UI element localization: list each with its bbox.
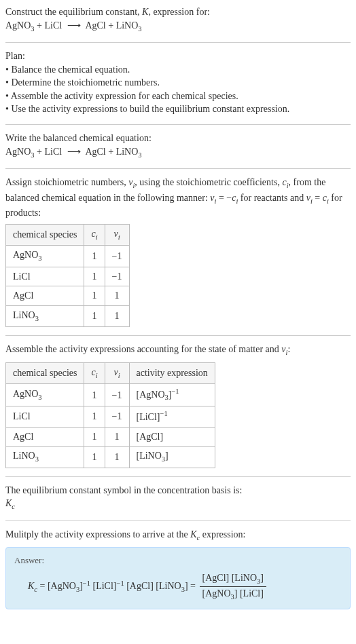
table-row: LiCl 1 −1: [6, 267, 130, 286]
divider: [5, 42, 351, 43]
table-header: νi: [105, 362, 129, 383]
balanced-title: Write the balanced chemical equation:: [5, 132, 351, 145]
answer-label: Answer:: [14, 554, 342, 567]
table-header: ci: [84, 224, 105, 245]
table-row: AgNO3 1 −1 [AgNO3]−1: [6, 384, 215, 406]
activity-intro: Assemble the activity expressions accoun…: [5, 343, 351, 358]
table-header-row: chemical species ci νi activity expressi…: [6, 362, 215, 383]
kc-basis-text: The equilibrium constant symbol in the c…: [5, 484, 351, 497]
table-header-row: chemical species ci νi: [6, 224, 130, 245]
divider: [5, 335, 351, 336]
equation-line: AgNO3 + LiCl ⟶ AgCl + LiNO3: [5, 19, 351, 34]
kc-basis-section: The equilibrium constant symbol in the c…: [5, 484, 351, 512]
balanced-equation: AgNO3 + LiCl ⟶ AgCl + LiNO3: [5, 145, 351, 160]
table-header: activity expression: [129, 362, 215, 383]
stoich-section: Assign stoichiometric numbers, νi, using…: [5, 176, 351, 327]
multiply-section: Mulitply the activity expressions to arr…: [5, 528, 351, 610]
table-row: LiNO3 1 1 [LiNO3]: [6, 447, 215, 468]
plan-item: Balance the chemical equation.: [5, 63, 351, 77]
plan-section: Plan: Balance the chemical equation. Det…: [5, 50, 351, 116]
stoich-intro: Assign stoichiometric numbers, νi, using…: [5, 176, 351, 220]
activity-section: Assemble the activity expressions accoun…: [5, 343, 351, 468]
arrow-icon: ⟶: [65, 20, 84, 31]
activity-table: chemical species ci νi activity expressi…: [5, 362, 215, 468]
table-header: νi: [105, 224, 129, 245]
product-2: LiNO3: [116, 20, 142, 31]
table-row: LiCl 1 −1 [LiCl]−1: [6, 406, 215, 427]
balanced-section: Write the balanced chemical equation: Ag…: [5, 132, 351, 160]
divider: [5, 124, 351, 125]
arrow-icon: ⟶: [65, 147, 84, 157]
prompt-k: K: [142, 7, 148, 17]
stoich-table: chemical species ci νi AgNO3 1 −1 LiCl 1…: [5, 224, 130, 328]
prompt-text-b: , expression for:: [148, 7, 210, 17]
plan-item: Assemble the activity expression for eac…: [5, 90, 351, 103]
multiply-text: Mulitply the activity expressions to arr…: [5, 528, 351, 543]
table-row: LiNO3 1 1: [6, 305, 130, 326]
table-row: AgCl 1 1: [6, 286, 130, 306]
table-row: AgNO3 1 −1: [6, 246, 130, 267]
table-header: ci: [84, 362, 105, 383]
plan-item: Use the activity expressions to build th…: [5, 102, 351, 116]
reactant-1: AgNO3: [5, 20, 35, 31]
kc-symbol: Kc: [5, 497, 351, 512]
plan-title: Plan:: [5, 50, 351, 63]
plan-item: Determine the stoichiometric numbers.: [5, 76, 351, 90]
divider: [5, 476, 351, 477]
fraction: [AgCl] [LiNO3][AgNO3] [LiCl]: [200, 571, 266, 603]
divider: [5, 168, 351, 169]
answer-expression: Kc = [AgNO3]−1 [LiCl]−1 [AgCl] [LiNO3] =…: [14, 571, 342, 603]
prompt-section: Construct the equilibrium constant, K, e…: [5, 5, 351, 34]
table-row: AgCl 1 1 [AgCl]: [6, 427, 215, 447]
table-header: chemical species: [6, 224, 84, 245]
reactant-2: LiCl: [45, 20, 63, 31]
table-header: chemical species: [6, 362, 84, 383]
plan-list: Balance the chemical equation. Determine…: [5, 63, 351, 116]
answer-box: Answer: Kc = [AgNO3]−1 [LiCl]−1 [AgCl] […: [5, 547, 351, 609]
divider: [5, 520, 351, 521]
product-1: AgCl: [85, 20, 105, 31]
prompt-text: Construct the equilibrium constant,: [5, 7, 142, 17]
